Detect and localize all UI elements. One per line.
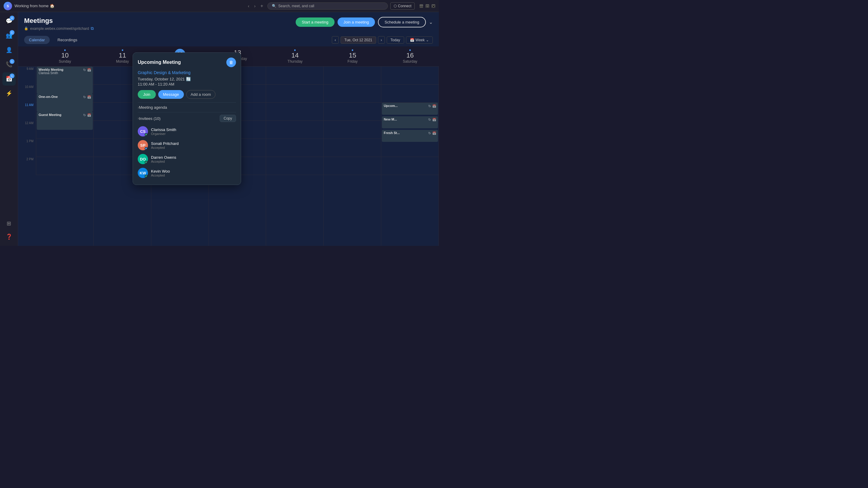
event-guest-calendar[interactable]: 📅 <box>87 113 92 118</box>
popup-close-button[interactable]: 🗑 <box>226 58 236 67</box>
meetings-header: Meetings 🔒 example.webex.com/meet/spritc… <box>18 12 439 33</box>
popup-invitees-label: Invitees (10) <box>139 116 220 121</box>
schedule-meeting-button[interactable]: Schedule a meeting <box>378 17 426 27</box>
nav-new-tab[interactable]: + <box>258 3 265 9</box>
help-icon: ❓ <box>6 233 12 240</box>
popup-join-button[interactable]: Join <box>138 90 156 99</box>
sidebar-item-directory[interactable]: 👤 <box>2 43 16 57</box>
event-weekly-calendar[interactable]: 📅 <box>87 68 92 72</box>
event-newm-sat-actions: ↻ 📅 <box>428 118 437 122</box>
sidebar-item-contacts[interactable]: 👥 1 <box>2 29 16 42</box>
search-bar[interactable]: 🔍 Search, meet, and call <box>267 2 388 10</box>
day-header-friday: 15 Friday <box>324 46 381 66</box>
event-us-calendar[interactable]: 📅 <box>432 104 437 108</box>
event-ooo-calendar[interactable]: 📅 <box>87 95 92 99</box>
event-newm-sat[interactable]: New M... ↻ 📅 <box>382 116 438 128</box>
avatar-darren: DO <box>138 154 148 164</box>
popup-agenda-label: Meeting agenda <box>139 105 236 110</box>
date-nav: ‹ Tue, Oct 12 2021 › Today 📅 Week ⌄ <box>332 36 433 44</box>
invitee-sonali-info: Sonali Pritchard Accepted <box>151 141 236 150</box>
sunday-dot <box>64 50 66 51</box>
calls-badge: 1 <box>10 59 14 64</box>
friday-label: Friday <box>347 59 358 64</box>
invitee-kevin-status: Accepted <box>151 173 236 177</box>
avatar-clarissa: CS <box>138 126 148 136</box>
minimize-button[interactable]: — <box>420 4 423 8</box>
event-fresh-sat[interactable]: Fresh St... ↻ 📅 <box>382 130 438 142</box>
sidebar-item-apps[interactable]: ⊞ <box>2 217 16 230</box>
prev-week-button[interactable]: ‹ <box>332 36 338 44</box>
sidebar-item-messages[interactable]: 💬 4 <box>2 14 16 28</box>
sidebar-item-calls[interactable]: 📞 1 <box>2 58 16 71</box>
event-us-recur[interactable]: ↻ <box>428 104 431 108</box>
maximize-button[interactable]: □ <box>426 4 429 8</box>
event-fs-recur[interactable]: ↻ <box>428 131 431 135</box>
event-weekly-meeting[interactable]: Weekly Meeting Clarissa Smith ↻ 📅 <box>37 67 93 94</box>
contacts-badge: 1 <box>10 30 14 35</box>
connect-icon: ⬡ <box>394 4 397 8</box>
invitee-kevin-name: Kevin Woo <box>151 169 236 173</box>
event-guest-meeting[interactable]: Guest Meeting ↻ 📅 <box>37 112 93 130</box>
tab-calendar[interactable]: Calendar <box>24 36 50 44</box>
teams-icon: ⚡ <box>6 90 12 97</box>
sidebar-item-help[interactable]: ❓ <box>2 230 16 243</box>
saturday-number: 16 <box>406 52 413 59</box>
calendar-icon: 📅 <box>410 38 414 42</box>
sidebar-item-meetings[interactable]: 📅 1 <box>2 72 16 86</box>
week-button[interactable]: 📅 Week ⌄ <box>406 36 433 44</box>
invitee-sonali: SP Sonali Pritchard Accepted <box>138 138 236 152</box>
thursday-number: 14 <box>291 52 299 59</box>
event-fs-calendar[interactable]: 📅 <box>432 131 437 135</box>
event-one-on-one[interactable]: One-on-One ↻ 📅 <box>37 94 93 112</box>
sidebar-item-teams[interactable]: ⚡ <box>2 87 16 100</box>
url-text: example.webex.com/meet/spritchard <box>30 27 89 31</box>
event-ooo-recur[interactable]: ↻ <box>83 95 86 99</box>
invitee-darren-status: Accepted <box>151 160 236 163</box>
join-meeting-button[interactable]: Join a meeting <box>338 18 375 27</box>
nav-back[interactable]: ‹ <box>246 3 251 9</box>
window-title: Working from home 🏠 <box>14 4 244 8</box>
popup-room-button[interactable]: Add a room <box>186 90 216 99</box>
next-week-button[interactable]: › <box>378 36 384 44</box>
invitee-clarissa-name: Clarissa Smith <box>151 127 236 132</box>
popup-invitees-section: › Invitees (10) Copy <box>138 112 236 124</box>
event-guest-recur[interactable]: ↻ <box>83 113 86 118</box>
day-header-thursday: 14 Thursday <box>266 46 324 66</box>
popup-time: 11:00 AM - 11:20 AM <box>138 82 236 87</box>
invitee-clarissa-status: Organiser <box>151 132 236 135</box>
time-gutter-header <box>18 46 36 66</box>
start-meeting-button[interactable]: Start a meeting <box>296 18 334 27</box>
avatar-kevin: KW <box>138 168 148 178</box>
saturday-dot <box>409 50 411 51</box>
event-ooo-actions: ↻ 📅 <box>83 95 92 99</box>
popup-message-button[interactable]: Message <box>158 90 184 99</box>
popup-meeting-name[interactable]: Graphic Design & Marketing <box>138 70 236 75</box>
tab-recordings[interactable]: Recordings <box>53 36 82 44</box>
monday-number: 11 <box>119 52 126 59</box>
popup-title: Upcoming Meeting <box>138 60 181 65</box>
more-options-button[interactable]: ⌄ <box>429 19 433 25</box>
monday-dot <box>122 50 123 51</box>
event-fresh-sat-actions: ↻ 📅 <box>428 131 437 135</box>
popup-agenda-section[interactable]: › Meeting agenda <box>138 102 236 112</box>
event-nm-calendar[interactable]: 📅 <box>432 118 437 122</box>
day-header-sunday: 10 Sunday <box>36 46 94 66</box>
popup-date: Tuesday, October 12, 2021 🔄 <box>138 77 236 82</box>
event-weekly-recur[interactable]: ↻ <box>83 68 86 72</box>
copy-url-button[interactable]: ⧉ <box>91 26 94 31</box>
copy-invitees-button[interactable]: Copy <box>220 115 236 122</box>
event-upcom-sat[interactable]: Upcom... ↻ 📅 <box>382 103 438 115</box>
friday-number: 15 <box>349 52 356 59</box>
main-content: Meetings 🔒 example.webex.com/meet/spritc… <box>18 12 439 246</box>
event-nm-recur[interactable]: ↻ <box>428 118 431 122</box>
close-button[interactable]: ✕ <box>432 4 435 8</box>
time-11am: 11 AM <box>18 103 36 121</box>
url-icon: 🔒 <box>24 27 28 30</box>
nav-forward[interactable]: › <box>252 3 257 9</box>
invitee-clarissa-info: Clarissa Smith Organiser <box>151 127 236 135</box>
search-placeholder: Search, meet, and call <box>278 4 314 8</box>
sunday-number: 10 <box>61 52 68 59</box>
title-bar: S Working from home 🏠 ‹ › + 🔍 Search, me… <box>0 0 439 12</box>
connect-button[interactable]: ⬡ Connect <box>390 2 415 10</box>
today-button[interactable]: Today <box>387 36 404 44</box>
